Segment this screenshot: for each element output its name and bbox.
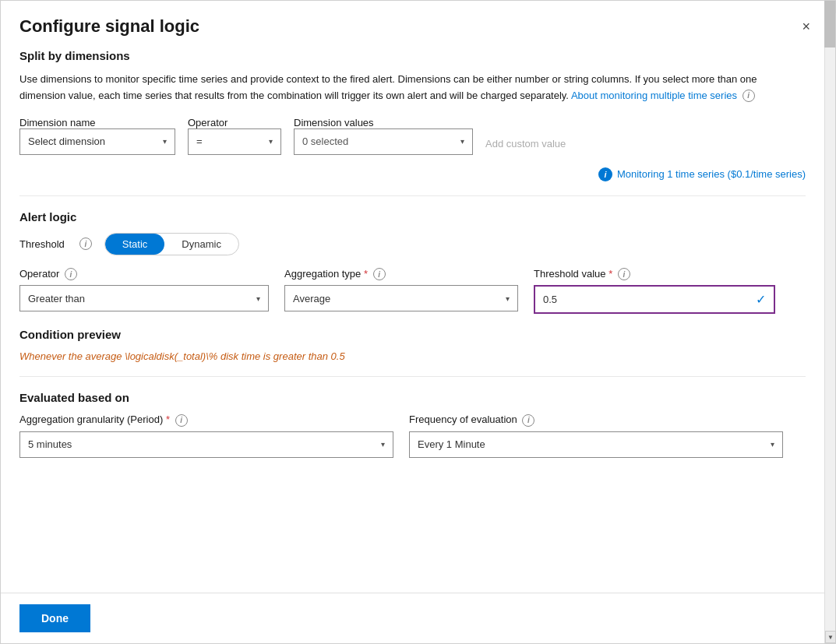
static-toggle-button[interactable]: Static <box>105 234 165 255</box>
close-button[interactable]: × <box>795 16 817 37</box>
frequency-field-group: Frequency of evaluation i Every 1 Minute… <box>409 413 783 458</box>
dimension-values-dropdown[interactable]: 0 selected ▾ <box>294 128 473 155</box>
operator-header-col: Operator = ▾ <box>188 117 281 155</box>
period-chevron-icon: ▾ <box>381 440 385 449</box>
operator-field-value: Greater than <box>28 293 85 304</box>
monitoring-count: 1 <box>667 168 676 180</box>
threshold-value-required-star: * <box>608 268 612 280</box>
dialog-header: Configure signal logic × <box>1 1 835 49</box>
threshold-label: Threshold <box>19 238 65 250</box>
aggregation-field-chevron-icon: ▾ <box>506 294 510 303</box>
aggregation-field-group: Aggregation type * i Average ▾ <box>284 268 518 315</box>
threshold-value-info-icon: i <box>618 268 630 280</box>
custom-value-col: Add custom value <box>485 132 566 155</box>
operator-field-chevron-icon: ▾ <box>256 294 260 303</box>
split-by-dimensions-title: Split by dimensions <box>19 49 806 62</box>
aggregation-field-value: Average <box>293 293 330 304</box>
dialog-content: Split by dimensions Use dimensions to mo… <box>1 49 835 593</box>
operator-dropdown[interactable]: = ▾ <box>188 128 281 155</box>
evaluated-row: Aggregation granularity (Period) * i 5 m… <box>19 413 806 458</box>
period-field-group: Aggregation granularity (Period) * i 5 m… <box>19 413 393 458</box>
monitoring-link-info-icon: i <box>743 90 755 102</box>
operator-field-label: Operator i <box>19 268 269 281</box>
period-label: Aggregation granularity (Period) * i <box>19 413 393 427</box>
monitoring-link[interactable]: About monitoring multiple time series <box>571 90 737 101</box>
dimension-values-chevron-icon: ▾ <box>460 137 464 146</box>
dimension-column-headers: Dimension name Select dimension ▾ Operat… <box>19 117 806 155</box>
period-info-icon: i <box>175 414 188 427</box>
aggregation-field-info-icon: i <box>373 268 386 280</box>
dynamic-toggle-button[interactable]: Dynamic <box>164 234 238 255</box>
period-value: 5 minutes <box>28 438 72 450</box>
frequency-chevron-icon: ▾ <box>771 440 774 449</box>
evaluated-based-on-section: Evaluated based on Aggregation granulari… <box>19 391 806 458</box>
operator-chevron-icon: ▾ <box>269 137 273 146</box>
condition-preview-text: Whenever the average \logicaldisk(_total… <box>19 350 806 362</box>
monitoring-info-row: i Monitoring 1 time series ($0.1/time se… <box>19 167 806 181</box>
monitoring-info-icon: i <box>598 167 612 181</box>
threshold-info-icon: i <box>79 238 92 250</box>
threshold-toggle-group: Static Dynamic <box>104 233 239 255</box>
aggregation-required-star: * <box>364 268 368 280</box>
dimension-name-value: Select dimension <box>28 135 105 147</box>
dimension-name-chevron-icon: ▾ <box>163 137 167 146</box>
threshold-value-input-container: ✓ <box>534 285 775 314</box>
frequency-info-icon: i <box>522 414 534 427</box>
add-custom-value-button[interactable]: Add custom value <box>485 132 566 155</box>
aggregation-field-label: Aggregation type * i <box>284 268 518 281</box>
condition-preview-title: Condition preview <box>19 328 806 341</box>
operator-field-dropdown[interactable]: Greater than ▾ <box>19 285 269 311</box>
frequency-dropdown[interactable]: Every 1 Minute ▾ <box>409 431 783 458</box>
dialog-title: Configure signal logic <box>19 16 199 37</box>
divider-2 <box>19 376 806 377</box>
period-dropdown[interactable]: 5 minutes ▾ <box>19 431 393 458</box>
threshold-value-label: Threshold value * i <box>534 268 775 281</box>
dimension-name-header: Dimension name <box>19 117 175 128</box>
threshold-row: Threshold i Static Dynamic <box>19 233 806 255</box>
dimension-name-dropdown[interactable]: Select dimension ▾ <box>19 128 175 155</box>
dimension-values-value: 0 selected <box>302 135 348 147</box>
scroll-down-arrow[interactable]: ▼ <box>825 631 836 643</box>
scrollbar-thumb[interactable] <box>824 1 835 48</box>
threshold-value-input[interactable] <box>543 294 756 305</box>
operator-header: Operator <box>188 117 281 128</box>
alert-logic-fields-row: Operator i Greater than ▾ Aggregation ty… <box>19 268 806 315</box>
divider-1 <box>19 195 806 196</box>
threshold-value-field-group: Threshold value * i ✓ <box>534 268 775 315</box>
split-by-dimensions-section: Split by dimensions Use dimensions to mo… <box>19 49 806 181</box>
evaluated-title: Evaluated based on <box>19 391 806 404</box>
threshold-check-icon: ✓ <box>756 292 766 307</box>
operator-value: = <box>196 135 203 147</box>
dimensions-info-text: Use dimensions to monitor specific time … <box>19 72 806 104</box>
frequency-value: Every 1 Minute <box>418 438 485 450</box>
operator-field-group: Operator i Greater than ▾ <box>19 268 269 315</box>
condition-preview-section: Condition preview Whenever the average \… <box>19 328 806 362</box>
dimension-values-header: Dimension values <box>294 117 473 128</box>
frequency-label: Frequency of evaluation i <box>409 413 783 427</box>
dialog-footer: Done <box>1 593 835 643</box>
monitoring-info-text: Monitoring 1 time series ($0.1/time seri… <box>617 168 806 180</box>
configure-signal-logic-dialog: ▲ ▼ Configure signal logic × Split by di… <box>0 0 836 644</box>
alert-logic-section: Alert logic Threshold i Static Dynamic O… <box>19 210 806 315</box>
done-button[interactable]: Done <box>19 604 90 632</box>
alert-logic-title: Alert logic <box>19 210 806 223</box>
operator-field-info-icon: i <box>65 268 77 280</box>
aggregation-field-dropdown[interactable]: Average ▾ <box>284 285 518 311</box>
period-required-star: * <box>166 413 170 425</box>
scrollbar-track[interactable]: ▲ ▼ <box>824 1 835 643</box>
dimension-values-header-col: Dimension values 0 selected ▾ <box>294 117 473 155</box>
dimension-name-header-col: Dimension name Select dimension ▾ <box>19 117 175 155</box>
